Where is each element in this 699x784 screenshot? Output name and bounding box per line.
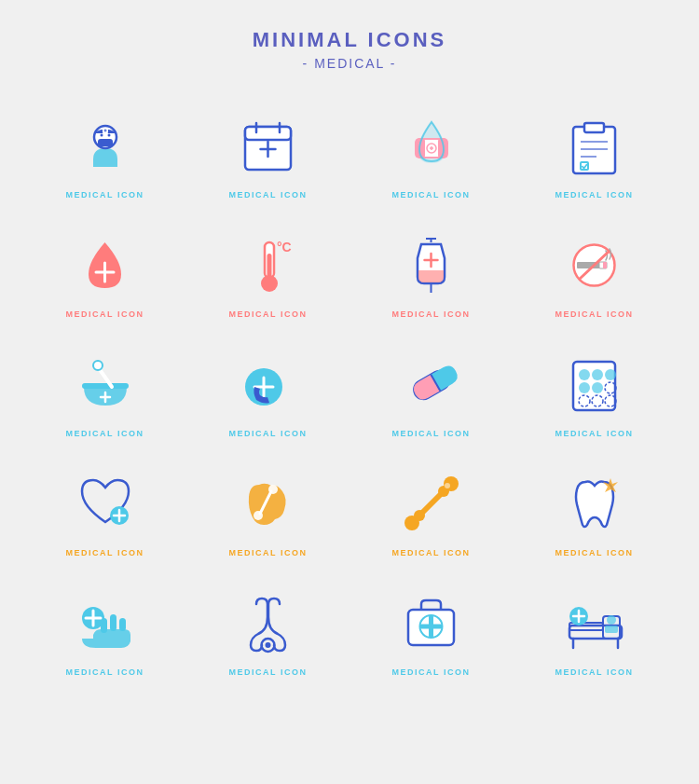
svg-point-3 xyxy=(107,134,110,137)
icon-item: MEDICAL ICON xyxy=(33,347,177,438)
svg-rect-20 xyxy=(584,123,604,132)
icon-item: MEDICAL ICON xyxy=(196,585,340,677)
icon-item: MEDICAL ICON xyxy=(359,227,503,319)
mortar-pestle-icon xyxy=(68,347,143,421)
svg-rect-39 xyxy=(603,262,607,268)
svg-rect-6 xyxy=(103,131,106,131)
icon-item: MEDICAL ICON xyxy=(196,347,340,438)
svg-text:°C: °C xyxy=(277,240,292,254)
svg-point-2 xyxy=(100,134,103,137)
icon-label: MEDICAL ICON xyxy=(229,667,308,677)
icon-item: MEDICAL ICON xyxy=(359,585,503,677)
icon-label: MEDICAL ICON xyxy=(229,429,308,438)
icon-label: MEDICAL ICON xyxy=(392,190,471,199)
header-title: MINIMAL ICONS xyxy=(253,28,446,52)
stethoscope-icon xyxy=(231,585,306,660)
header-subtitle: - MEDICAL - xyxy=(253,56,446,71)
page: MINIMAL ICONS - MEDICAL - MEDICAL ICON xyxy=(0,0,699,784)
icon-item: MEDICAL ICON xyxy=(522,347,666,438)
icon-label: MEDICAL ICON xyxy=(392,309,471,319)
svg-point-80 xyxy=(266,642,271,648)
icon-label: MEDICAL ICON xyxy=(555,190,634,199)
icon-item: MEDICAL ICON xyxy=(359,466,503,557)
icon-label: MEDICAL ICON xyxy=(66,429,144,438)
helping-hand-icon xyxy=(68,585,143,660)
svg-rect-74 xyxy=(110,614,116,631)
icon-label: MEDICAL ICON xyxy=(555,667,634,677)
pill-pack-icon xyxy=(557,347,632,421)
svg-point-58 xyxy=(605,369,616,380)
svg-rect-75 xyxy=(119,618,126,631)
icon-item: MEDICAL ICON xyxy=(359,347,503,438)
hospital-bed-icon xyxy=(557,585,632,660)
stomach-icon xyxy=(231,466,306,541)
svg-point-66 xyxy=(254,511,263,520)
icons-grid: MEDICAL ICON MEDICAL ICON MEDICAL ICON xyxy=(33,108,666,677)
icon-item: MEDICAL ICON xyxy=(522,227,666,319)
svg-point-52 xyxy=(579,369,590,380)
icon-item: MEDICAL ICON xyxy=(196,108,340,199)
first-aid-kit-icon xyxy=(394,585,469,660)
svg-rect-28 xyxy=(267,254,272,278)
svg-rect-1 xyxy=(98,139,113,146)
bone-icon xyxy=(394,466,469,541)
icon-label: MEDICAL ICON xyxy=(66,190,144,199)
icon-item: MEDICAL ICON xyxy=(33,227,177,319)
svg-point-72 xyxy=(445,483,450,488)
capsule-icon xyxy=(394,347,469,421)
icon-item: °C MEDICAL ICON xyxy=(196,227,340,319)
icon-label: MEDICAL ICON xyxy=(66,548,144,557)
svg-rect-8 xyxy=(245,127,291,140)
icon-item: MEDICAL ICON xyxy=(359,108,503,199)
icon-item: MEDICAL ICON xyxy=(196,466,340,557)
thermometer-icon: °C xyxy=(231,227,306,302)
icon-item: MEDICAL ICON xyxy=(33,585,177,677)
icon-item: MEDICAL ICON xyxy=(522,466,666,557)
icon-label: MEDICAL ICON xyxy=(392,429,471,438)
bandage-icon xyxy=(394,108,469,183)
tooth-icon xyxy=(557,466,632,541)
svg-point-53 xyxy=(592,369,603,380)
svg-point-90 xyxy=(607,615,616,625)
doctor-icon xyxy=(68,108,143,183)
svg-point-55 xyxy=(592,382,603,393)
svg-point-70 xyxy=(414,510,425,521)
emergency-call-icon xyxy=(231,347,306,421)
icon-label: MEDICAL ICON xyxy=(66,309,144,319)
icon-item: MEDICAL ICON xyxy=(33,466,177,557)
svg-point-65 xyxy=(268,485,278,494)
no-smoking-icon xyxy=(557,227,632,302)
icon-item: MEDICAL ICON xyxy=(522,108,666,199)
svg-rect-41 xyxy=(82,383,129,389)
svg-point-43 xyxy=(93,361,103,370)
icon-label: MEDICAL ICON xyxy=(229,548,308,557)
heart-care-icon xyxy=(68,466,143,541)
icon-label: MEDICAL ICON xyxy=(392,667,471,677)
icon-item: MEDICAL ICON xyxy=(522,585,666,677)
svg-point-54 xyxy=(579,382,590,393)
icon-label: MEDICAL ICON xyxy=(555,548,634,557)
svg-rect-91 xyxy=(605,626,618,633)
clipboard-icon xyxy=(557,108,632,183)
icon-label: MEDICAL ICON xyxy=(555,429,634,438)
icon-label: MEDICAL ICON xyxy=(229,309,308,319)
header: MINIMAL ICONS - MEDICAL - xyxy=(253,28,446,71)
iv-bag-icon xyxy=(394,227,469,302)
icon-label: MEDICAL ICON xyxy=(66,667,144,677)
icon-label: MEDICAL ICON xyxy=(392,548,471,557)
blood-drop-icon xyxy=(68,227,143,302)
svg-point-29 xyxy=(261,275,278,292)
icon-label: MEDICAL ICON xyxy=(555,309,634,319)
icon-label: MEDICAL ICON xyxy=(229,190,308,199)
medical-calendar-icon xyxy=(231,108,306,183)
icon-item: MEDICAL ICON xyxy=(33,108,177,199)
